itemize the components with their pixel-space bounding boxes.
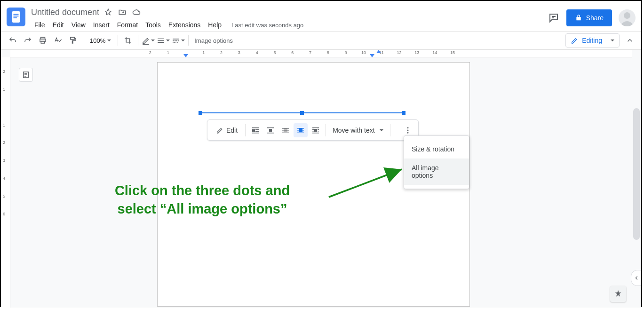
svg-rect-23 (252, 129, 255, 132)
move-folder-icon[interactable] (118, 8, 127, 16)
divider (326, 124, 326, 136)
ruler-number: 1 (202, 50, 205, 55)
avatar[interactable] (619, 9, 636, 26)
ruler-number: 4 (256, 50, 258, 55)
undo-button[interactable] (6, 34, 20, 47)
svg-rect-44 (312, 133, 319, 134)
border-weight-button[interactable] (156, 34, 170, 47)
ruler-number: 13 (414, 50, 419, 55)
svg-rect-11 (158, 40, 165, 41)
document-outline-button[interactable] (19, 68, 33, 82)
ruler-vertical[interactable]: 21123456 (1, 57, 10, 308)
ruler-number: 7 (309, 50, 311, 55)
image-options-button[interactable]: Image options (194, 37, 233, 44)
share-button[interactable]: Share (566, 9, 612, 26)
svg-point-47 (407, 132, 409, 133)
right-indent-marker[interactable] (370, 54, 374, 57)
wrap-behind-button[interactable] (278, 123, 293, 137)
main-toolbar: 100% Image options Editing (1, 31, 641, 50)
edit-label: Edit (226, 127, 238, 134)
border-color-button[interactable] (141, 34, 155, 47)
ruler-number: 5 (273, 50, 276, 55)
caret-icon (380, 129, 383, 131)
editing-mode-dropdown[interactable]: Editing (565, 33, 620, 48)
svg-rect-26 (252, 133, 259, 134)
image-more-options-menu: Size & rotation All image options (404, 135, 469, 189)
ruler-number: 10 (361, 50, 366, 55)
zoom-dropdown[interactable]: 100% (86, 37, 115, 44)
svg-rect-22 (252, 127, 259, 128)
divider (83, 35, 83, 46)
more-options-button[interactable] (401, 124, 414, 137)
position-dropdown[interactable]: Move with text (329, 127, 387, 134)
hide-menus-button[interactable] (623, 34, 636, 47)
svg-rect-17 (173, 42, 174, 43)
docs-logo[interactable] (7, 8, 25, 26)
last-edit-link[interactable]: Last edit was seconds ago (231, 22, 303, 29)
ruler-horizontal[interactable]: 21123456789101112131415 (10, 50, 632, 57)
svg-point-4 (624, 12, 630, 19)
wrap-front-button[interactable] (294, 123, 308, 137)
caret-icon (166, 40, 170, 41)
paint-format-button[interactable] (66, 34, 80, 47)
divider (188, 35, 189, 46)
menu-item-size-rotation[interactable]: Size & rotation (404, 140, 469, 158)
left-indent-marker[interactable] (183, 54, 188, 57)
svg-rect-20 (177, 42, 178, 43)
explore-button[interactable] (610, 286, 626, 302)
tab-marker[interactable] (376, 50, 381, 53)
svg-rect-33 (282, 132, 289, 133)
menu-insert[interactable]: Insert (90, 20, 113, 30)
zoom-value: 100% (90, 37, 105, 44)
menu-tools[interactable]: Tools (142, 20, 164, 30)
selected-image-frame[interactable] (200, 112, 404, 113)
menu-extensions[interactable]: Extensions (165, 20, 204, 30)
edit-image-button[interactable]: Edit (211, 125, 242, 136)
menu-view[interactable]: View (68, 20, 89, 30)
divider (138, 35, 138, 46)
cloud-status-icon[interactable] (132, 8, 141, 16)
svg-rect-29 (267, 133, 274, 134)
caret-icon (151, 40, 155, 41)
svg-rect-9 (143, 44, 150, 45)
svg-rect-24 (255, 129, 259, 130)
svg-rect-43 (318, 131, 319, 132)
resize-handle-left[interactable] (199, 111, 202, 115)
ruler-number: 3 (3, 158, 5, 163)
svg-rect-41 (318, 129, 319, 130)
crop-image-button[interactable] (121, 34, 135, 47)
resize-handle-right[interactable] (402, 111, 405, 115)
svg-rect-37 (299, 128, 302, 132)
svg-rect-8 (71, 37, 75, 40)
svg-rect-16 (178, 40, 179, 41)
image-floating-toolbar: Edit Move with text (207, 119, 419, 141)
comment-history-icon[interactable] (548, 12, 560, 24)
resize-handle-mid[interactable] (300, 111, 304, 115)
svg-rect-18 (175, 42, 175, 43)
spellcheck-button[interactable] (51, 34, 65, 47)
editing-label: Editing (582, 37, 602, 44)
doc-title[interactable]: Untitled document (31, 8, 99, 17)
caret-icon (611, 40, 614, 41)
ruler-number: 2 (3, 140, 5, 145)
share-label: Share (586, 14, 604, 22)
menu-help[interactable]: Help (205, 20, 225, 30)
wrap-inline-button[interactable] (248, 123, 262, 137)
menu-edit[interactable]: Edit (49, 20, 67, 30)
wrap-break-button[interactable] (263, 123, 278, 137)
ruler-number: 2 (149, 50, 151, 55)
menu-format[interactable]: Format (114, 20, 141, 30)
print-button[interactable] (36, 34, 50, 47)
svg-point-45 (407, 127, 409, 128)
wrap-around-button[interactable] (309, 123, 323, 137)
menu-item-all-image-options[interactable]: All image options (404, 158, 469, 185)
ruler-number: 6 (291, 50, 294, 55)
border-dash-button[interactable] (171, 34, 185, 47)
ruler-number: 14 (432, 50, 437, 55)
star-icon[interactable] (104, 8, 112, 16)
redo-button[interactable] (21, 34, 35, 47)
side-panel-toggle[interactable] (631, 270, 641, 286)
vertical-scrollbar[interactable] (633, 108, 640, 240)
svg-rect-13 (173, 39, 180, 40)
menu-file[interactable]: File (31, 20, 48, 30)
